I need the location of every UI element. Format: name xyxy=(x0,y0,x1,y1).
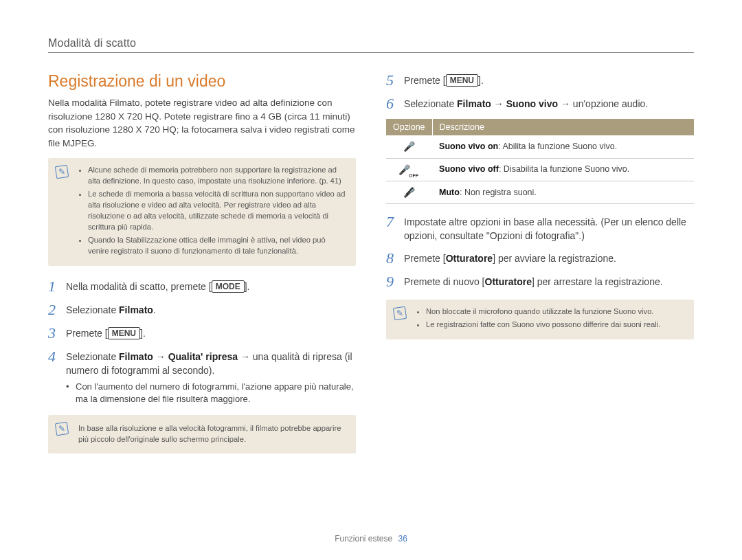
table-header-option: Opzione xyxy=(386,119,432,135)
mic-on-icon xyxy=(403,140,415,152)
step-number: 7 xyxy=(386,214,404,243)
table-row: Suono vivo on: Abilita la funzione Suono… xyxy=(386,135,694,158)
step-text: ]. xyxy=(140,328,146,339)
step-3: 3 Premete [MENU]. xyxy=(48,325,356,341)
step-text: Premete [ xyxy=(404,75,446,86)
step-5: 5 Premete [MENU]. xyxy=(386,72,694,89)
step-7: 7 Impostate altre opzioni in base alla n… xyxy=(386,214,694,243)
right-column: 5 Premete [MENU]. 6 Selezionate Filmato … xyxy=(386,72,694,466)
table-header-description: Descrizione xyxy=(432,119,694,135)
left-column: Registrazione di un video Nella modalità… xyxy=(48,72,356,466)
step-text: Selezionate Filmato. xyxy=(66,302,356,318)
footer-label: Funzioni estese xyxy=(335,534,392,544)
page-footer: Funzioni estese 36 xyxy=(0,534,742,544)
step-number: 4 xyxy=(48,348,66,405)
steps-right-top: 5 Premete [MENU]. 6 Selezionate Filmato … xyxy=(386,72,694,112)
step-text: Premete [Otturatore] per avviare la regi… xyxy=(404,250,694,267)
step-9: 9 Premete di nuovo [Otturatore] per arre… xyxy=(386,273,694,290)
intro-paragraph: Nella modalità Filmato, potete registrar… xyxy=(48,96,356,150)
step-number: 2 xyxy=(48,302,66,318)
option-label: Suono vivo off xyxy=(439,164,499,174)
step-number: 3 xyxy=(48,325,66,341)
steps-left: 1 Nella modalità di scatto, premete [MOD… xyxy=(48,278,356,406)
step-text: Impostate altre opzioni in base alla nec… xyxy=(404,214,694,243)
step-text: Premete di nuovo [Otturatore] per arrest… xyxy=(404,273,694,290)
step-number: 8 xyxy=(386,250,404,267)
breadcrumb: Modalità di scatto xyxy=(48,37,694,53)
step-text: Premete [ xyxy=(66,328,108,339)
note-box-3: Non bloccate il microfono quando utilizz… xyxy=(386,300,694,339)
step-4: 4 Selezionate Filmato → Qualita' ripresa… xyxy=(48,348,356,405)
step-text: ]. xyxy=(478,75,484,86)
step-text: Nella modalità di scatto, premete [ xyxy=(66,281,212,292)
menu-button-label: MENU xyxy=(108,327,140,339)
note-box-1: Alcune schede di memoria potrebbero non … xyxy=(48,158,356,265)
option-label: Suono vivo on xyxy=(439,142,498,151)
option-label: Muto xyxy=(439,188,460,197)
step-subtext: Con l'aumento del numero di fotogrammi, … xyxy=(66,381,356,405)
steps-right-bottom: 7 Impostate altre opzioni in base alla n… xyxy=(386,214,694,290)
note-icon xyxy=(55,422,69,436)
step-1: 1 Nella modalità di scatto, premete [MOD… xyxy=(48,278,356,295)
step-2: 2 Selezionate Filmato. xyxy=(48,302,356,318)
table-row: OFF Suono vivo off: Disabilita la funzio… xyxy=(386,158,694,181)
note-icon xyxy=(393,306,407,320)
note-item: Non bloccate il microfono quando utilizz… xyxy=(426,306,684,317)
option-desc: Non registra suoni. xyxy=(464,188,537,197)
menu-button-label: MENU xyxy=(446,74,478,87)
step-number: 1 xyxy=(48,278,66,295)
page-number: 36 xyxy=(398,534,407,544)
step-text: Selezionate Filmato → Qualita' ripresa →… xyxy=(66,351,352,376)
step-number: 5 xyxy=(386,72,404,89)
table-row: Muto: Non registra suoni. xyxy=(386,181,694,203)
step-6: 6 Selezionate Filmato → Suono vivo → un'… xyxy=(386,96,694,112)
note-icon xyxy=(55,165,69,179)
step-text: Selezionate Filmato → Suono vivo → un'op… xyxy=(404,96,694,112)
option-desc: Abilita la funzione Suono vivo. xyxy=(502,142,617,151)
step-number: 6 xyxy=(386,96,404,112)
note-item: Quando la Stabilizzazione ottica delle i… xyxy=(88,235,346,257)
step-number: 9 xyxy=(386,273,404,290)
option-desc: Disabilita la funzione Suono vivo. xyxy=(504,164,629,174)
section-title: Registrazione di un video xyxy=(48,72,356,91)
options-table: Opzione Descrizione Suono vivo on: Abili… xyxy=(386,119,694,204)
note-item: Alcune schede di memoria potrebbero non … xyxy=(88,165,346,187)
mic-mute-icon xyxy=(403,186,415,199)
mode-button-label: MODE xyxy=(212,280,245,293)
note-item: Le schede di memoria a bassa velocità di… xyxy=(88,189,346,233)
step-8: 8 Premete [Otturatore] per avviare la re… xyxy=(386,250,694,267)
note-item: Le registrazioni fatte con Suono vivo po… xyxy=(426,320,684,331)
note-box-2: In base alla risoluzione e alla velocità… xyxy=(48,415,356,453)
note-text: In base alla risoluzione e alla velocità… xyxy=(78,423,346,445)
step-text: ]. xyxy=(245,281,250,292)
